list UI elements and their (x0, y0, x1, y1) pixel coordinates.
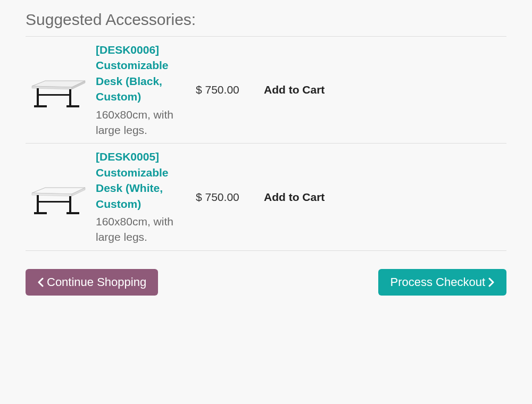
product-thumbnail (26, 177, 92, 217)
process-checkout-button[interactable]: Process Checkout (378, 269, 506, 296)
svg-rect-6 (34, 212, 47, 214)
product-info: [DESK0005] Customizable Desk (White, Cus… (92, 149, 193, 245)
svg-rect-5 (37, 195, 39, 213)
process-checkout-label: Process Checkout (390, 275, 485, 289)
add-to-cart-button[interactable]: Add to Cart (264, 83, 325, 96)
svg-rect-4 (38, 94, 70, 96)
product-name-link[interactable]: [DESK0005] Customizable Desk (White, Cus… (96, 149, 190, 212)
add-to-cart-button[interactable]: Add to Cart (264, 191, 325, 204)
product-price: $ 750.00 (193, 83, 256, 96)
table-row: [DESK0006] Customizable Desk (Black, Cus… (26, 37, 506, 144)
product-thumbnail (26, 70, 92, 110)
svg-rect-2 (69, 89, 71, 106)
desk-icon (29, 70, 88, 110)
product-info: [DESK0006] Customizable Desk (Black, Cus… (92, 42, 193, 138)
product-description: 160x80cm, with large legs. (96, 214, 190, 245)
product-price: $ 750.00 (193, 191, 256, 204)
footer-buttons: Continue Shopping Process Checkout (26, 269, 506, 296)
chevron-right-icon (488, 277, 495, 287)
section-title: Suggested Accessories: (26, 11, 506, 29)
continue-shopping-label: Continue Shopping (47, 275, 146, 289)
svg-rect-3 (66, 105, 79, 107)
svg-rect-0 (37, 88, 39, 106)
svg-rect-9 (38, 201, 70, 203)
product-description: 160x80cm, with large legs. (96, 107, 190, 138)
product-name-link[interactable]: [DESK0006] Customizable Desk (Black, Cus… (96, 42, 190, 105)
table-row: [DESK0005] Customizable Desk (White, Cus… (26, 144, 506, 250)
desk-icon (29, 177, 88, 217)
svg-rect-8 (66, 212, 79, 214)
svg-rect-1 (34, 105, 47, 107)
continue-shopping-button[interactable]: Continue Shopping (26, 269, 158, 296)
accessories-table: [DESK0006] Customizable Desk (Black, Cus… (26, 36, 506, 251)
svg-rect-7 (69, 196, 71, 213)
chevron-left-icon (37, 277, 44, 287)
